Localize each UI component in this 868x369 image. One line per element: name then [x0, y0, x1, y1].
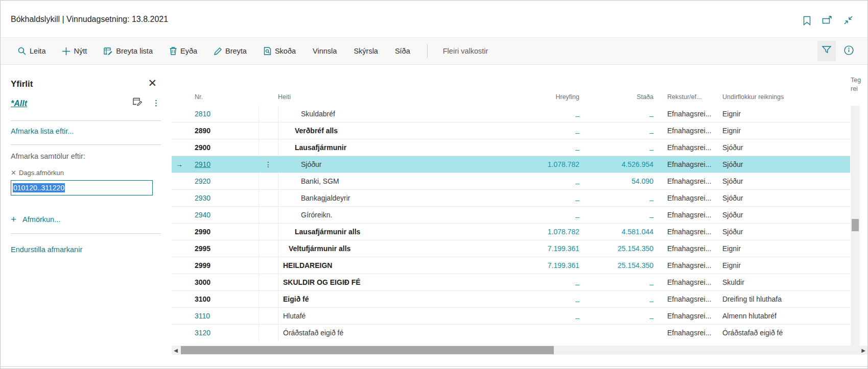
table-row[interactable]: 2810Skuldabréf––Efnahagsrei...Eignir	[172, 106, 850, 122]
remove-filter-icon[interactable]: ✕	[11, 169, 16, 177]
row-options-ellipsis-icon[interactable]	[259, 325, 278, 341]
add-filter-button[interactable]: + Afmörkun...	[11, 214, 60, 225]
cell-nr[interactable]: 2940	[187, 207, 259, 223]
action-sida[interactable]: Síða	[395, 47, 410, 55]
action-nytt[interactable]: Nýtt	[62, 47, 87, 55]
column-header-undirflokkur[interactable]: Undirflokkur reiknings	[718, 93, 850, 106]
cell-stada[interactable]: –	[579, 207, 653, 223]
cell-nr[interactable]: 2990	[187, 224, 259, 240]
cell-hreyfing[interactable]: –	[515, 173, 579, 189]
cell-rekstur[interactable]: Efnahagsrei...	[653, 240, 718, 257]
cell-rekstur[interactable]: Efnahagsrei...	[653, 257, 718, 274]
cell-hreyfing[interactable]: –	[515, 190, 579, 206]
table-row[interactable]: 2940Gíróreikn.––Efnahagsrei...Sjóður	[172, 207, 850, 224]
cell-stada[interactable]: 25.154.350	[579, 257, 653, 274]
column-header-stada[interactable]: Staða	[579, 93, 653, 106]
cell-hreyfing[interactable]	[515, 325, 579, 341]
row-options-ellipsis-icon[interactable]	[259, 291, 278, 307]
cell-undirflokkur[interactable]: Sjóður	[718, 207, 850, 223]
column-header-tegund[interactable]: Teg rei	[851, 76, 864, 93]
account-number-link[interactable]: 2940	[195, 211, 210, 219]
cell-hreyfing[interactable]: 7.199.361	[515, 257, 579, 274]
cell-rekstur[interactable]: Efnahagsrei...	[653, 291, 718, 307]
table-row[interactable]: 3100Eigið fé––Efnahagsrei...Dreifing til…	[172, 291, 850, 308]
cell-heiti[interactable]: Lausafjármunir alls	[278, 224, 515, 240]
cell-undirflokkur[interactable]: Sjóður	[718, 190, 850, 206]
cell-undirflokkur[interactable]: Eignir	[718, 106, 850, 122]
column-header-nr[interactable]: Nr.	[187, 93, 259, 106]
cell-rekstur[interactable]: Efnahagsrei...	[653, 156, 718, 173]
cell-nr[interactable]: 2995	[187, 240, 259, 257]
cell-rekstur[interactable]: Efnahagsrei...	[653, 308, 718, 324]
cell-rekstur[interactable]: Efnahagsrei...	[653, 190, 718, 206]
table-row[interactable]: 3000SKULDIR OG EIGIÐ FÉ––Efnahagsrei...S…	[172, 274, 850, 291]
cell-rekstur[interactable]: Efnahagsrei...	[653, 122, 718, 139]
action-breyta[interactable]: Breyta	[214, 47, 247, 55]
horizontal-scrollbar-thumb[interactable]	[181, 346, 554, 354]
account-number-link[interactable]: 2810	[195, 110, 210, 118]
action-skyrsla[interactable]: Skýrsla	[354, 47, 378, 55]
cell-heiti[interactable]: Skuldabréf	[278, 106, 515, 122]
cell-stada[interactable]: –	[579, 139, 653, 156]
action-breyta-lista[interactable]: Breyta lista	[104, 47, 153, 55]
action-leita[interactable]: Leita	[18, 47, 45, 55]
table-row[interactable]: 3110Hlutafé––Efnahagsrei...Almenn hlutab…	[172, 308, 850, 325]
table-row[interactable]: 2900Lausafjármunir––Efnahagsrei...Sjóður	[172, 139, 850, 156]
scroll-right-arrow-icon[interactable]: ▶	[859, 346, 867, 355]
row-options-ellipsis-icon[interactable]: ⋮	[259, 156, 278, 173]
cell-rekstur[interactable]: Efnahagsrei...	[653, 325, 718, 341]
date-filter-field-label[interactable]: ✕ Dags.afmörkun	[11, 169, 64, 177]
vertical-scrollbar-thumb[interactable]	[852, 219, 859, 231]
save-view-icon[interactable]	[133, 97, 142, 108]
filter-pane-toggle-button[interactable]	[817, 41, 836, 61]
cell-undirflokkur[interactable]: Almenn hlutabréf	[718, 308, 850, 324]
cell-nr[interactable]: 3120	[187, 325, 259, 341]
cell-hreyfing[interactable]: 1.078.782	[515, 156, 579, 173]
account-number-link[interactable]: 3110	[195, 312, 210, 320]
account-number-link[interactable]: 2910	[195, 160, 210, 168]
cell-rekstur[interactable]: Efnahagsrei...	[653, 207, 718, 223]
cell-stada[interactable]: –	[579, 274, 653, 290]
cell-nr[interactable]: 2930	[187, 190, 259, 206]
cell-nr[interactable]: 2999	[187, 257, 259, 274]
table-row[interactable]: 2990Lausafjármunir alls1.078.7824.581.04…	[172, 224, 850, 240]
cell-undirflokkur[interactable]: Eignir	[718, 240, 850, 257]
info-button[interactable]	[841, 41, 856, 61]
table-row[interactable]: 3120Óráðstafað eigið féEfnahagsrei...Órá…	[172, 325, 850, 341]
bookmark-icon[interactable]	[803, 16, 811, 26]
view-all-link[interactable]: *Allt	[11, 99, 27, 108]
cell-hreyfing[interactable]: –	[515, 274, 579, 290]
cell-heiti[interactable]: Veltufjármunir alls	[278, 240, 515, 257]
cell-stada[interactable]: –	[579, 122, 653, 139]
column-header-heiti[interactable]: Heiti	[278, 93, 515, 106]
cell-stada[interactable]: 25.154.350	[579, 240, 653, 257]
date-filter-input[interactable]: 010120..311220	[11, 180, 153, 195]
row-options-ellipsis-icon[interactable]	[259, 240, 278, 257]
cell-stada[interactable]: 4.581.044	[579, 224, 653, 240]
scroll-left-arrow-icon[interactable]: ◀	[172, 346, 180, 355]
more-options-button[interactable]: Fleiri valkostir	[443, 47, 488, 55]
cell-stada[interactable]: –	[579, 291, 653, 307]
row-options-ellipsis-icon[interactable]	[259, 106, 278, 122]
column-header-rekstur[interactable]: Rekstur/ef...	[653, 93, 718, 106]
cell-stada[interactable]: –	[579, 106, 653, 122]
cell-hreyfing[interactable]: 1.078.782	[515, 224, 579, 240]
cell-rekstur[interactable]: Efnahagsrei...	[653, 139, 718, 156]
horizontal-scrollbar[interactable]: ◀ ▶	[172, 346, 867, 355]
cell-heiti[interactable]: Gíróreikn.	[278, 207, 515, 223]
cell-hreyfing[interactable]: –	[515, 122, 579, 139]
cell-rekstur[interactable]: Efnahagsrei...	[653, 224, 718, 240]
row-options-ellipsis-icon[interactable]	[259, 173, 278, 189]
table-row[interactable]: 2920Banki, SGM–54.090Efnahagsrei...Sjóðu…	[172, 173, 850, 190]
action-vinnsla[interactable]: Vinnsla	[313, 47, 337, 55]
cell-nr[interactable]: 2900	[187, 139, 259, 156]
cell-stada[interactable]: –	[579, 308, 653, 324]
cell-rekstur[interactable]: Efnahagsrei...	[653, 173, 718, 189]
cell-undirflokkur[interactable]: Sjóður	[718, 156, 850, 173]
cell-undirflokkur[interactable]: Eignir	[718, 122, 850, 139]
cell-heiti[interactable]: SKULDIR OG EIGIÐ FÉ	[278, 274, 515, 290]
cell-stada[interactable]	[579, 325, 653, 341]
row-options-ellipsis-icon[interactable]	[259, 122, 278, 139]
cell-hreyfing[interactable]: 7.199.361	[515, 240, 579, 257]
table-row[interactable]: 2930Bankagjaldeyrir––Efnahagsrei...Sjóðu…	[172, 190, 850, 207]
